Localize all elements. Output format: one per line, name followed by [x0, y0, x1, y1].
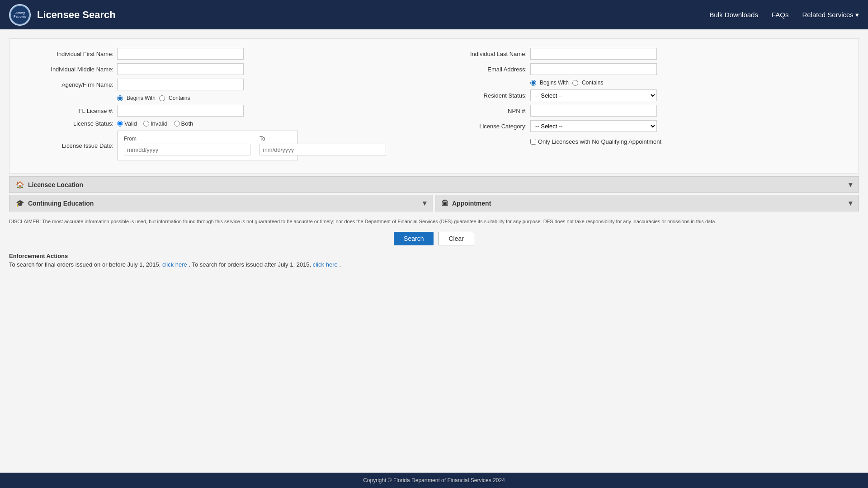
button-row: Search Clear	[9, 232, 859, 245]
appointment-label: Appointment	[452, 200, 491, 207]
valid-radio[interactable]	[117, 121, 123, 127]
continuing-education-section[interactable]: 🎓 Continuing Education ▾	[9, 195, 433, 211]
license-status-options: Valid Invalid Both	[117, 120, 193, 127]
to-label: To	[259, 136, 386, 142]
enforcement-text-after: .	[339, 261, 341, 268]
graduation-icon: 🎓	[16, 199, 24, 207]
enforcement-link2[interactable]: click here	[313, 261, 338, 268]
last-name-input[interactable]	[530, 48, 657, 60]
email-row: Email Address:	[436, 63, 845, 75]
last-name-label: Individual Last Name:	[436, 51, 527, 57]
license-category-row: License Category: -- Select --	[436, 120, 845, 132]
agency-contains-label[interactable]: Contains	[169, 95, 190, 101]
email-contains-label[interactable]: Contains	[582, 80, 603, 86]
resident-status-label: Resident Status:	[436, 92, 527, 99]
header-nav: Bulk Downloads FAQs Related Services ▾	[709, 11, 859, 19]
licensee-location-label: Licensee Location	[28, 181, 83, 188]
email-begins-radio[interactable]	[530, 80, 536, 86]
date-to-input[interactable]	[259, 144, 386, 155]
email-contains-radio[interactable]	[572, 80, 578, 86]
both-label[interactable]: Both	[174, 120, 193, 127]
footer-copyright: Copyright © Florida Department of Financ…	[363, 477, 505, 483]
email-radio-group: Begins With Contains	[530, 80, 603, 86]
enforcement-title: Enforcement Actions	[9, 253, 859, 259]
only-licensees-label[interactable]: Only Licensees with No Qualifying Appoin…	[530, 138, 661, 145]
first-name-input[interactable]	[117, 48, 244, 60]
enforcement-text-before: To search for final orders issued on or …	[9, 261, 160, 268]
logo: JimmyPatronis	[9, 4, 31, 26]
agency-radio-row: Begins With Contains	[23, 94, 432, 101]
email-radio-row: Begins With Contains	[436, 79, 845, 86]
middle-name-row: Individual Middle Name:	[23, 63, 432, 75]
fl-license-input[interactable]	[117, 105, 244, 117]
form-left: Individual First Name: Individual Middle…	[23, 48, 432, 164]
email-label: Email Address:	[436, 66, 527, 73]
first-name-row: Individual First Name:	[23, 48, 432, 60]
footer: Copyright © Florida Department of Financ…	[0, 473, 868, 488]
building-icon: 🏛	[442, 199, 448, 207]
search-button[interactable]: Search	[394, 232, 434, 245]
enforcement-link1[interactable]: click here	[162, 261, 187, 268]
appointment-chevron: ▾	[849, 199, 852, 207]
header: JimmyPatronis Licensee Search Bulk Downl…	[0, 0, 868, 29]
enforcement-section: Enforcement Actions To search for final …	[9, 253, 859, 268]
date-from-field: From	[124, 136, 250, 155]
licensee-location-chevron: ▾	[849, 180, 852, 189]
email-begins-label[interactable]: Begins With	[540, 80, 569, 86]
date-from-input[interactable]	[124, 144, 250, 155]
only-licensees-checkbox[interactable]	[530, 139, 536, 145]
license-status-row: License Status: Valid Invalid Both	[23, 120, 432, 127]
npn-row: NPN #:	[436, 105, 845, 117]
from-label: From	[124, 136, 250, 142]
appointment-section[interactable]: 🏛 Appointment ▾	[435, 195, 859, 211]
search-form: Individual First Name: Individual Middle…	[9, 38, 859, 174]
agency-contains-radio[interactable]	[159, 95, 165, 101]
clear-button[interactable]: Clear	[438, 232, 474, 245]
fl-license-row: FL License #:	[23, 105, 432, 117]
license-category-select[interactable]: -- Select --	[530, 120, 657, 132]
date-range-box: From To	[117, 131, 298, 160]
nav-bulk-downloads[interactable]: Bulk Downloads	[709, 11, 758, 19]
license-category-label: License Category:	[436, 123, 527, 130]
email-input[interactable]	[530, 63, 657, 75]
invalid-radio[interactable]	[143, 121, 149, 127]
agency-name-label: Agency/Firm Name:	[23, 81, 113, 88]
middle-name-input[interactable]	[117, 63, 244, 75]
fl-license-label: FL License #:	[23, 108, 113, 114]
form-right: Individual Last Name: Email Address: Beg…	[436, 48, 845, 164]
agency-name-input[interactable]	[117, 79, 244, 90]
license-issue-date-label: License Issue Date:	[23, 142, 113, 149]
agency-begins-label[interactable]: Begins With	[127, 95, 156, 101]
continuing-education-label: Continuing Education	[28, 200, 94, 207]
both-radio[interactable]	[174, 121, 180, 127]
main-content: Individual First Name: Individual Middle…	[0, 29, 868, 473]
resident-status-select[interactable]: -- Select --	[530, 89, 657, 101]
license-issue-date-row: License Issue Date: From To	[23, 131, 432, 160]
middle-name-label: Individual Middle Name:	[23, 66, 113, 73]
home-icon: 🏠	[16, 181, 24, 189]
header-left: JimmyPatronis Licensee Search	[9, 4, 116, 26]
lower-sections: 🎓 Continuing Education ▾ 🏛 Appointment ▾	[9, 195, 859, 213]
first-name-label: Individual First Name:	[23, 51, 113, 57]
agency-begins-radio[interactable]	[117, 95, 123, 101]
nav-faqs[interactable]: FAQs	[772, 11, 789, 19]
date-to-field: To	[259, 136, 386, 155]
resident-status-row: Resident Status: -- Select --	[436, 89, 845, 101]
continuing-education-chevron: ▾	[423, 199, 426, 207]
licensee-location-section[interactable]: 🏠 Licensee Location ▾	[9, 176, 859, 193]
disclaimer: DISCLAIMER: The most accurate informatio…	[9, 218, 859, 225]
enforcement-text: To search for final orders issued on or …	[9, 261, 859, 268]
npn-label: NPN #:	[436, 108, 527, 114]
invalid-label[interactable]: Invalid	[143, 120, 168, 127]
agency-radio-group: Begins With Contains	[117, 95, 190, 101]
valid-label[interactable]: Valid	[117, 120, 137, 127]
license-status-label: License Status:	[23, 120, 113, 127]
enforcement-text-middle: . To search for orders issued after July…	[189, 261, 311, 268]
last-name-row: Individual Last Name:	[436, 48, 845, 60]
page-title: Licensee Search	[37, 9, 116, 21]
npn-input[interactable]	[530, 105, 657, 117]
nav-related-services[interactable]: Related Services ▾	[802, 11, 859, 19]
only-licensees-row: Only Licensees with No Qualifying Appoin…	[436, 138, 845, 145]
agency-name-row: Agency/Firm Name:	[23, 79, 432, 90]
